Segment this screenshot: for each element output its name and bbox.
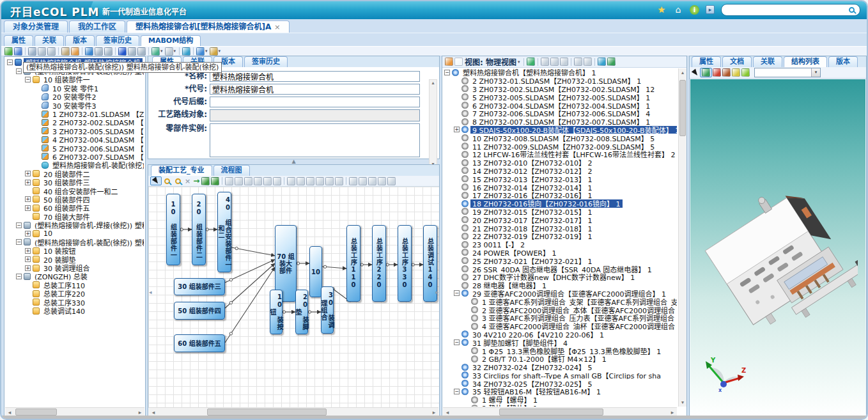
scroll-left-icon[interactable]: ◂ <box>149 409 158 416</box>
tree-row[interactable]: 10 安装 零件1 <box>6 84 144 92</box>
tree-row[interactable]: 11 ZH0732-009.SLDASM【ZH0732-009.SLDASM】 … <box>444 142 677 150</box>
tree-row[interactable]: 32 ZH0732-024【ZH0732-024】 5 <box>444 363 677 371</box>
find-next-icon[interactable] <box>128 47 136 56</box>
tree-row[interactable]: 1 亚德客AFC系列调理组合_支架【亚德客AFC系列调理组合_支架】 <box>444 297 677 306</box>
tree-row[interactable]: −塑料热熔接铆合机【塑料热熔接铆合机】 1 <box>444 68 677 77</box>
flow-tab-assembly-process[interactable]: 装配工艺_专业 <box>151 165 212 176</box>
tree-row[interactable]: 3 ZH0732-002.SLDASM【ZH0732-002.SLDASM】 1… <box>444 85 677 93</box>
code-suffix-field[interactable] <box>210 97 420 107</box>
filter-icon[interactable] <box>574 58 582 66</box>
flow-tab-flowchart[interactable]: 流程图 <box>213 165 250 176</box>
tree-row[interactable]: 23 0011【-】 2 <box>444 240 677 249</box>
tab-current-object[interactable]: 塑料热熔接铆合机[塑料热熔接铆合机]A× <box>127 20 289 33</box>
pan-icon[interactable] <box>713 68 721 77</box>
right-tab-relations[interactable]: 关联 <box>753 56 782 67</box>
align-top-icon[interactable] <box>225 177 233 185</box>
tree-row[interactable]: +20 装脚垫 <box>6 255 144 263</box>
tree-row[interactable]: 40 组合安装部件一和二 <box>6 187 144 195</box>
flow-node[interactable]: 60 组装部件五 <box>174 334 225 352</box>
tab-sign-history[interactable]: 签审历史 <box>96 35 139 46</box>
flow-hscrollbar[interactable]: ◂ ▸ <box>149 407 438 416</box>
distribute-v-icon[interactable] <box>297 177 305 185</box>
expand-toggle-icon[interactable]: − <box>444 70 450 75</box>
tree-row[interactable]: 8 ZH0732-007.SLDASM【ZH0732-007.SLDASM】 1 <box>444 118 677 126</box>
globe-icon[interactable] <box>196 47 205 56</box>
zoom-window-icon[interactable] <box>732 68 740 77</box>
tree-row[interactable]: +50 组装部件四 <box>6 195 144 203</box>
left-tree-hscrollbar[interactable]: ◂ ▸ <box>5 407 144 416</box>
tree-row[interactable]: 1 螺母【螺母】 1 <box>444 396 677 404</box>
link-arrow-icon[interactable]: → <box>193 177 199 185</box>
fit-grid-icon[interactable] <box>387 177 396 185</box>
global-search-input[interactable] <box>722 5 849 15</box>
tree-row[interactable]: 10 ZH0732-008.SLDASM【ZH0732-008.SLDASM】 … <box>444 134 677 142</box>
dropdown-caret-icon[interactable]: ▾ <box>174 49 176 54</box>
tree-row[interactable]: 33 Circlips for shaft--Type A small GB【C… <box>444 371 677 379</box>
right-tab-versions[interactable]: 版本 <box>828 56 858 67</box>
info-icon[interactable]: i <box>690 5 699 15</box>
node-up-icon[interactable] <box>95 47 103 56</box>
dropdown-caret-icon[interactable]: ▾ <box>219 49 221 54</box>
tree-row[interactable]: +20 组装部件二 <box>6 169 144 178</box>
tree-row[interactable]: 25 ZH0732-021【ZH0732-021】 1 <box>444 256 677 265</box>
expand-toggle-icon[interactable]: + <box>25 265 31 271</box>
tab-mabom-structure[interactable]: MABOM结构 <box>141 35 201 46</box>
edit-doc-icon[interactable] <box>71 47 79 56</box>
edit-icon[interactable] <box>4 47 13 56</box>
tree-row[interactable]: −31 脚垫加螺钉【脚垫组件】 4 <box>444 338 677 346</box>
flow-canvas[interactable]: 10 组装部件一20 组装部件二40 组合安装部件一和二70 组装大部件10总装… <box>148 187 439 408</box>
compare-icon[interactable] <box>527 58 535 66</box>
find-prev-icon[interactable] <box>137 47 146 56</box>
expand-toggle-icon[interactable]: + <box>25 248 31 254</box>
logout-icon[interactable]: ▸ <box>706 5 715 14</box>
tree-row[interactable]: 2 ZH0732-002.SLDASM 【ZH0732-002.SLDASM】 <box>6 118 144 127</box>
scroll-right-icon[interactable]: ▸ <box>430 409 438 416</box>
config-select[interactable]: ▾ <box>754 68 821 77</box>
expand-toggle-icon[interactable]: + <box>25 180 31 185</box>
tree-row[interactable]: −(塑料热熔接铆合机-装配(徐挖)) 塑料热熔接铆合机-装配(徐挖) <box>6 238 144 246</box>
panel-toggle-icon[interactable] <box>445 58 453 66</box>
tree-row[interactable]: 19 ZH0732-015【ZH0732-015】 1 <box>444 208 677 216</box>
tree-row[interactable]: 12 LHFCW-16带法兰线性衬套【LHFCW-16带法兰线性衬套】 2 <box>444 150 677 159</box>
tree-row[interactable]: −(塑料热熔接铆合机-焊接(徐挖)) 塑料热熔接铆合机-焊接(徐挖) <box>6 221 144 229</box>
cube-view-icon[interactable] <box>151 47 160 56</box>
flow-node[interactable]: 总装工序110 <box>346 225 360 302</box>
same-height-icon[interactable] <box>316 177 324 185</box>
tree-row[interactable]: 20 ZH0732-017【ZH0732-017】 1 <box>444 215 677 224</box>
expand-toggle-icon[interactable]: + <box>454 127 460 132</box>
flow-node[interactable]: 30 装调理组合 <box>321 286 334 334</box>
right-tab-structure-list[interactable]: 结构列表 <box>784 56 827 67</box>
bom-vscrollbar[interactable]: ▴ ▾ <box>678 68 686 407</box>
expand-toggle-icon[interactable]: − <box>16 68 22 74</box>
tree-row[interactable]: −(ZONGZH) 总装 <box>6 272 144 281</box>
rotate-icon-selected[interactable] <box>700 68 712 77</box>
expand-toggle-icon[interactable]: − <box>16 274 22 279</box>
expand-toggle-icon[interactable]: − <box>454 389 460 394</box>
align-center-v-icon[interactable] <box>273 177 281 185</box>
tree-row[interactable]: 13 ZH0732-010【ZH0732-010】 2 <box>444 159 677 167</box>
add-node-icon[interactable] <box>85 47 93 56</box>
tree-row[interactable]: 3 亚德客AFC系列调理组合_压力表【亚德客AFC系列调理组合_压力表】 <box>444 314 677 322</box>
tab-object-classification[interactable]: 对象分类管理 <box>4 20 68 33</box>
tree-row[interactable]: 70 组装大部件 <box>6 212 144 221</box>
dropdown-caret-icon[interactable]: ▾ <box>160 49 163 54</box>
fit-icon[interactable] <box>335 177 343 185</box>
tree-row[interactable]: 4 亚德客AFC2000调理组合_油杯【亚德客AFC2000调理组合_油杯】 <box>444 322 677 331</box>
locate-icon[interactable] <box>584 58 592 66</box>
tree-row[interactable]: −29 亚德客AFC2000调理组合【亚德客AFC2000调理组合】 1 <box>444 290 677 298</box>
expand-toggle-icon[interactable]: + <box>25 196 31 202</box>
expand-toggle-icon[interactable]: + <box>25 171 31 176</box>
tree-row[interactable]: +30 组装部件三 <box>6 178 144 186</box>
font-icon[interactable] <box>118 47 127 56</box>
align-right-icon[interactable] <box>254 177 262 185</box>
copy-icon[interactable] <box>61 47 70 56</box>
snap-top-icon[interactable] <box>368 177 376 185</box>
rotate-icon[interactable] <box>702 68 710 77</box>
fit-view-icon[interactable] <box>741 68 750 77</box>
tree-row[interactable]: 2 GB/T 70.1-2000【螺钉 M4×12】 1 <box>444 355 677 363</box>
view-selector-label[interactable]: 视图: 物理视图 <box>465 56 516 67</box>
save-icon[interactable] <box>14 47 22 56</box>
tree-row[interactable]: 6 ZH0732-004.SLDASM【ZH0732-004.SLDASM】 1 <box>444 101 677 109</box>
expand-toggle-icon[interactable]: − <box>25 77 31 82</box>
flow-node[interactable]: 20 装脚垫 <box>295 290 308 334</box>
